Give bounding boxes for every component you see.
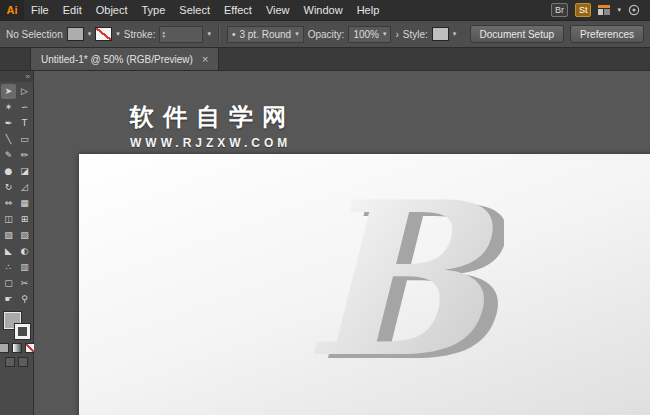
app-logo: Ai (0, 0, 24, 20)
menu-file[interactable]: File (24, 0, 56, 20)
color-button[interactable] (0, 343, 9, 353)
stroke-color-swatch[interactable] (95, 27, 112, 41)
canvas-area[interactable]: 软件自学网 WWW.RJZXW.COM B B (34, 71, 650, 415)
mode-row (5, 357, 28, 367)
mesh-tool-icon[interactable]: ▨ (1, 228, 16, 243)
main-area: » ➤ ▷ ✶ ∽ ✒ T ╲ ▭ (0, 71, 650, 415)
document-setup-button[interactable]: Document Setup (470, 25, 565, 43)
perspective-grid-tool-icon[interactable]: ⊞ (17, 212, 32, 227)
logo-artwork[interactable]: B B (274, 156, 504, 406)
menu-help[interactable]: Help (350, 0, 387, 20)
menu-type[interactable]: Type (135, 0, 173, 20)
divider (218, 26, 220, 43)
hand-tool-icon[interactable]: ☛ (1, 292, 16, 307)
opacity-panel-arrow-icon[interactable]: › (395, 29, 398, 40)
drawing-mode-icon[interactable] (5, 357, 15, 367)
stock-button[interactable]: St (575, 3, 592, 17)
menu-effect[interactable]: Effect (217, 0, 259, 20)
selection-tool-icon[interactable]: ➤ (1, 84, 16, 99)
pen-tool-icon[interactable]: ✒ (1, 116, 16, 131)
menu-object[interactable]: Object (89, 0, 135, 20)
blob-brush-tool-icon[interactable]: ● (1, 164, 16, 179)
eraser-tool-icon[interactable]: ◪ (17, 164, 32, 179)
direct-selection-tool-icon[interactable]: ▷ (17, 84, 32, 99)
fill-chevron-down-icon[interactable]: ▾ (88, 30, 92, 38)
opacity-value: 100% (353, 29, 379, 40)
gear-icon[interactable] (628, 4, 640, 16)
menu-window[interactable]: Window (297, 0, 350, 20)
screen-mode-icon[interactable] (18, 357, 28, 367)
tools-panel: » ➤ ▷ ✶ ∽ ✒ T ╲ ▭ (0, 71, 34, 415)
stroke-weight-label: Stroke: (124, 29, 156, 40)
control-bar-buttons: Document Setup Preferences (470, 25, 644, 43)
fill-stroke-swatches (4, 312, 30, 339)
width-tool-icon[interactable]: ⇔ (1, 196, 16, 211)
type-tool-icon[interactable]: T (17, 116, 32, 131)
scale-tool-icon[interactable]: ◿ (17, 180, 32, 195)
stroke-weight-chevron-down-icon[interactable]: ▾ (207, 30, 211, 38)
brush-chevron-down-icon: ▾ (295, 30, 299, 38)
rotate-tool-icon[interactable]: ↻ (1, 180, 16, 195)
stroke-weight-stepper-icon[interactable]: ▴▾ (162, 30, 165, 38)
preferences-button[interactable]: Preferences (570, 25, 644, 43)
tool-grid: ➤ ▷ ✶ ∽ ✒ T ╲ ▭ ✎ ✏ (1, 84, 32, 307)
opacity-chevron-down-icon: ▾ (383, 30, 387, 38)
artboard-tool-icon[interactable]: ▢ (1, 276, 16, 291)
bridge-button[interactable]: Br (551, 3, 568, 17)
line-segment-tool-icon[interactable]: ╲ (1, 132, 16, 147)
style-chevron-down-icon[interactable]: ▾ (453, 30, 457, 38)
artboard[interactable]: B B (79, 154, 650, 415)
brush-definition-dropdown[interactable]: • 3 pt. Round ▾ (227, 26, 304, 43)
chevron-down-icon[interactable]: ▾ (617, 6, 621, 14)
tab-close-icon[interactable]: × (202, 54, 208, 64)
opacity-dropdown[interactable]: 100% ▾ (348, 26, 391, 43)
opacity-label: Opacity: (308, 29, 345, 40)
fill-color-swatch[interactable] (67, 27, 84, 41)
control-bar: No Selection ▾ ▾ Stroke: ▴▾ ▾ • 3 pt. Ro… (0, 21, 650, 48)
logo-letter: B (304, 156, 497, 404)
menu-edit[interactable]: Edit (56, 0, 89, 20)
free-transform-tool-icon[interactable]: ▦ (17, 196, 32, 211)
blend-tool-icon[interactable]: ◐ (17, 244, 32, 259)
shape-builder-tool-icon[interactable]: ◫ (1, 212, 16, 227)
site-watermark: 软件自学网 WWW.RJZXW.COM (130, 101, 295, 150)
style-swatch[interactable] (432, 27, 449, 41)
document-tab[interactable]: Untitled-1* @ 50% (RGB/Preview) × (30, 48, 219, 70)
selection-status: No Selection (6, 29, 63, 40)
lasso-tool-icon[interactable]: ∽ (17, 100, 32, 115)
document-tab-title: Untitled-1* @ 50% (RGB/Preview) (41, 54, 193, 65)
illustrator-window: Ai File Edit Object Type Select Effect V… (0, 0, 650, 415)
watermark-title: 软件自学网 (130, 101, 295, 133)
eyedropper-tool-icon[interactable]: ◣ (1, 244, 16, 259)
menu-select[interactable]: Select (172, 0, 217, 20)
symbol-sprayer-tool-icon[interactable]: ∴ (1, 260, 16, 275)
brush-definition-value: 3 pt. Round (239, 29, 291, 40)
paintbrush-tool-icon[interactable]: ✎ (1, 148, 16, 163)
zoom-tool-icon[interactable]: ⚲ (17, 292, 32, 307)
menubar-right-icons: Br St ▾ (551, 3, 650, 17)
column-graph-tool-icon[interactable]: ▥ (17, 260, 32, 275)
stroke-chevron-down-icon[interactable]: ▾ (116, 30, 120, 38)
none-button[interactable] (25, 343, 35, 353)
watermark-url: WWW.RJZXW.COM (130, 136, 295, 150)
style-label: Style: (403, 29, 428, 40)
brush-preview-icon: • (232, 29, 236, 40)
gradient-tool-icon[interactable]: ▧ (17, 228, 32, 243)
magic-wand-tool-icon[interactable]: ✶ (1, 100, 16, 115)
menu-bar: Ai File Edit Object Type Select Effect V… (0, 0, 650, 21)
rectangle-tool-icon[interactable]: ▭ (17, 132, 32, 147)
document-tab-bar: Untitled-1* @ 50% (RGB/Preview) × (0, 48, 650, 71)
toolbar-collapse-icon[interactable]: » (0, 71, 33, 82)
workspace-grid-icon[interactable] (598, 5, 610, 15)
slice-tool-icon[interactable]: ✂ (17, 276, 32, 291)
menu-view[interactable]: View (259, 0, 297, 20)
color-mode-row (0, 343, 35, 353)
gradient-button[interactable] (12, 343, 22, 353)
pencil-tool-icon[interactable]: ✏ (17, 148, 32, 163)
stroke-weight-input[interactable]: ▴▾ (159, 26, 203, 43)
menu-items: File Edit Object Type Select Effect View… (24, 0, 386, 20)
toolbar-stroke-swatch[interactable] (15, 324, 30, 339)
